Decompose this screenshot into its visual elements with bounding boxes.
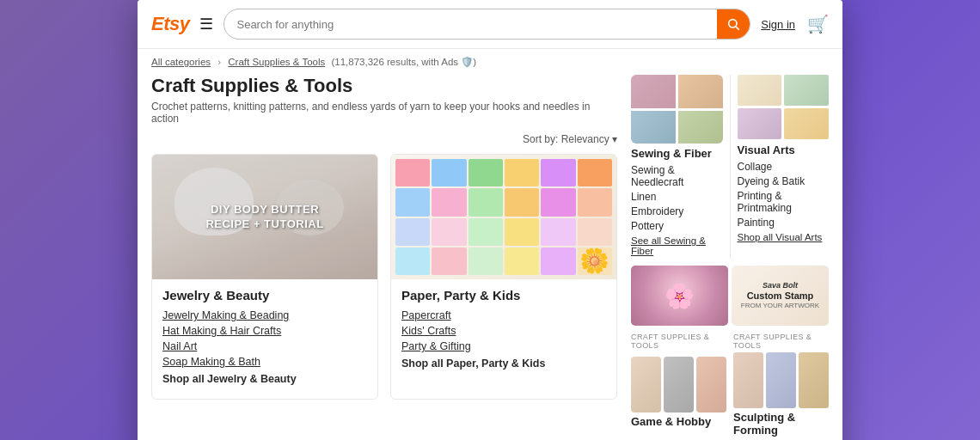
svg-point-0 [729,20,737,28]
va-thumb-1 [738,75,782,106]
va-link-4[interactable]: Painting [738,217,830,229]
breadcrumb-results: (11,873,326 results, with Ads 🛡️) [331,57,476,67]
jewelry-link-2[interactable]: Hat Making & Hair Crafts [162,325,367,337]
sewing-fiber-section: Sewing & Fiber Sewing & Needlecraft Line… [631,75,731,259]
search-input[interactable] [224,18,717,31]
va-link-2[interactable]: Dyeing & Batik [738,175,830,187]
sewing-thumb-3 [631,111,676,144]
search-bar [224,9,750,40]
product-thumb-flower: 🌸 [631,266,728,326]
jewelry-overlay-text: DIY BODY BUTTER RECIPE + TUTORIAL [152,155,377,279]
sculpt-thumb-3 [799,352,829,408]
paper-shop-all[interactable]: Shop all Paper, Party & Kids [401,358,606,370]
sculpting-section: CRAFT SUPPLIES & TOOLS Sculpting & Formi… [733,333,829,440]
main-content: Craft Supplies & Tools Crochet patterns,… [138,71,842,440]
game-thumb-2 [664,357,694,412]
va-thumb-2 [784,75,829,106]
hamburger-menu-icon[interactable]: ☰ [199,15,213,34]
visual-arts-links: Collage Dyeing & Batik Printing & Printm… [738,161,830,242]
bottom-sidebar-row: CRAFT SUPPLIES & TOOLS Game & Hobby CRAF… [631,333,829,440]
visual-arts-title[interactable]: Visual Arts [738,144,830,156]
product-thumb-stamp: Sava Bolt Custom Stamp FROM YOUR ARTWORK [732,266,829,326]
sewing-thumb-2 [678,75,723,108]
visual-arts-section: Visual Arts Collage Dyeing & Batik Print… [738,75,830,259]
sewing-title[interactable]: Sewing & Fiber [631,147,723,160]
va-thumb-3 [738,108,782,139]
left-panel: Craft Supplies & Tools Crochet patterns,… [151,75,617,440]
jewelry-link-3[interactable]: Nail Art [162,340,367,352]
sewing-link-2[interactable]: Linen [631,191,723,203]
sewing-thumb-4 [678,111,723,144]
category-card-paper: 🌼 Paper, Party & Kids Papercraft Kids' C… [390,154,617,400]
category-cards: DIY BODY BUTTER RECIPE + TUTORIAL Jewelr… [151,154,617,400]
game-hobby-title[interactable]: Game & Hobby [631,415,726,428]
jewelry-card-body: Jewelry & Beauty Jewelry Making & Beadin… [152,279,377,399]
game-thumbs [631,357,726,412]
sculpt-thumb-2 [766,352,796,408]
game-hobby-label: CRAFT SUPPLIES & TOOLS [631,333,726,350]
search-icon [726,17,740,31]
breadcrumb: All categories › Craft Supplies & Tools … [138,49,842,71]
game-hobby-section: CRAFT SUPPLIES & TOOLS Game & Hobby [631,333,726,440]
sculpting-label: CRAFT SUPPLIES & TOOLS [733,333,829,350]
cart-icon[interactable]: 🛒 [807,14,829,34]
paper-card-body: Paper, Party & Kids Papercraft Kids' Cra… [391,279,616,383]
page-subtitle: Crochet patterns, knitting patterns, and… [151,101,617,125]
overlay-line2: RECIPE + TUTORIAL [205,217,323,232]
jewelry-card-title[interactable]: Jewelry & Beauty [162,288,367,302]
sign-in-link[interactable]: Sign in [761,18,795,31]
breadcrumb-all-categories[interactable]: All categories [151,57,211,67]
paper-card-links: Papercraft Kids' Crafts Party & Gifting … [401,309,606,370]
page-title: Craft Supplies & Tools [151,75,617,97]
sewing-link-1[interactable]: Sewing & Needlecraft [631,164,723,188]
va-thumb-4 [784,108,829,139]
category-card-jewelry: DIY BODY BUTTER RECIPE + TUTORIAL Jewelr… [151,154,378,400]
jewelry-card-overlay: DIY BODY BUTTER RECIPE + TUTORIAL [152,155,377,279]
sewing-links: Sewing & Needlecraft Linen Embroidery Po… [631,164,723,256]
breadcrumb-separator: › [217,57,221,67]
sculpt-thumb-1 [733,352,763,408]
mid-product-thumbs: 🌸 Sava Bolt Custom Stamp FROM YOUR ARTWO… [631,266,829,326]
game-thumb-1 [631,357,661,412]
overlay-line1: DIY BODY BUTTER [211,203,319,217]
paper-link-2[interactable]: Kids' Crafts [401,325,606,337]
etsy-header: Etsy ☰ Sign in 🛒 [138,0,842,49]
paper-link-1[interactable]: Papercraft [401,309,606,321]
jewelry-link-4[interactable]: Soap Making & Bath [162,356,367,368]
sewing-thumbs [631,75,723,144]
page-title-section: Craft Supplies & Tools Crochet patterns,… [151,75,617,125]
va-link-1[interactable]: Collage [738,161,830,173]
svg-line-1 [736,27,739,30]
breadcrumb-current[interactable]: Craft Supplies & Tools [228,57,325,67]
sewing-thumb-1 [631,75,676,108]
va-link-3[interactable]: Printing & Printmaking [738,190,830,214]
right-panel: Sewing & Fiber Sewing & Needlecraft Line… [631,75,829,440]
sort-bar: Sort by: Relevancy ▾ [151,133,617,145]
va-shop-all[interactable]: Shop all Visual Arts [738,232,830,242]
sewing-link-4[interactable]: Pottery [631,220,723,232]
top-sidebar-row: Sewing & Fiber Sewing & Needlecraft Line… [631,75,829,259]
paper-card-title[interactable]: Paper, Party & Kids [401,288,606,302]
paper-link-3[interactable]: Party & Gifting [401,340,606,352]
etsy-logo[interactable]: Etsy [151,13,189,35]
header-right: Sign in 🛒 [761,14,829,34]
browser-window: Etsy ☰ Sign in 🛒 All categories › Craft … [138,0,842,440]
sculpting-title[interactable]: Sculpting & Forming [733,411,829,437]
paper-card-image: 🌼 [391,155,616,279]
sewing-shop-all[interactable]: See all Sewing & Fiber [631,235,723,256]
sewing-link-3[interactable]: Embroidery [631,205,723,217]
jewelry-shop-all[interactable]: Shop all Jewelry & Beauty [162,373,367,385]
jewelry-link-1[interactable]: Jewelry Making & Beading [162,309,367,321]
sculpt-thumbs [733,352,829,408]
search-button[interactable] [717,9,750,40]
sort-selector[interactable]: Sort by: Relevancy ▾ [523,133,617,145]
game-thumb-3 [696,357,726,412]
jewelry-card-links: Jewelry Making & Beading Hat Making & Ha… [162,309,367,385]
jewelry-card-image: DIY BODY BUTTER RECIPE + TUTORIAL [152,155,377,279]
visual-arts-thumbs [738,75,830,139]
